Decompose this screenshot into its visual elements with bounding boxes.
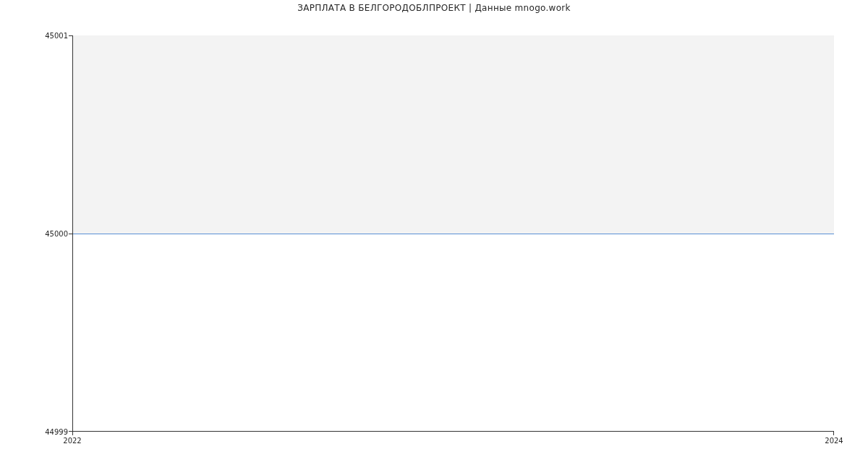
y-tick-mid: [69, 234, 72, 234]
chart-title: ЗАРПЛАТА В БЕЛГОРОДОБЛПРОЕКТ | Данные mn…: [0, 3, 868, 13]
y-axis-spine: [72, 35, 73, 432]
salary-line: [72, 234, 834, 234]
chart-container: ЗАРПЛАТА В БЕЛГОРОДОБЛПРОЕКТ | Данные mn…: [0, 0, 868, 470]
y-tick-label-top: 45001: [45, 32, 68, 40]
y-tick-label-bottom: 44999: [45, 428, 68, 436]
x-tick-right: [833, 432, 834, 435]
plot-area: [72, 35, 834, 432]
x-axis-spine: [72, 431, 834, 432]
x-tick-label-left: 2022: [63, 437, 81, 445]
x-tick-left: [72, 432, 73, 435]
x-tick-label-right: 2024: [825, 437, 843, 445]
fill-region: [72, 35, 834, 234]
y-tick-label-mid: 45000: [45, 230, 68, 238]
y-tick-top: [69, 35, 72, 36]
